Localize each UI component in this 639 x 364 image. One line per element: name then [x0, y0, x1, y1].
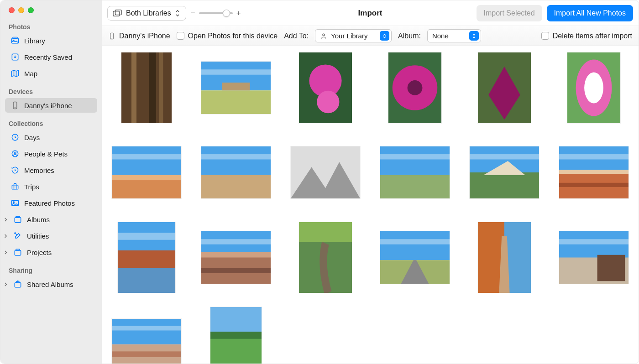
download-box-icon	[10, 52, 20, 62]
svg-rect-25	[121, 52, 172, 123]
up-down-chevron-icon	[175, 9, 181, 17]
sidebar-item-library[interactable]: Library	[5, 33, 97, 48]
photo-icon	[10, 198, 20, 208]
thumbnail-magenta-flower-closeup[interactable]	[379, 51, 450, 125]
clock-icon	[10, 133, 20, 142]
svg-point-43	[584, 72, 603, 103]
close-window-button[interactable]	[9, 7, 15, 13]
svg-point-8	[14, 152, 16, 154]
add-to-value: Your Library	[331, 32, 376, 40]
sidebar-item-days[interactable]: Days	[5, 130, 97, 145]
svg-rect-70	[201, 239, 271, 244]
svg-rect-32	[222, 83, 250, 90]
thumbnail-grid[interactable]	[102, 46, 639, 364]
minus-icon[interactable]: −	[191, 9, 195, 18]
svg-rect-73	[201, 268, 271, 273]
sidebar-item-shared-albums[interactable]: Shared Albums	[8, 277, 97, 291]
sidebar-item-map[interactable]: Map	[5, 66, 97, 81]
delete-after-import-checkbox[interactable]: Delete items after import	[541, 32, 632, 40]
up-down-chevron-icon	[380, 31, 389, 41]
svg-rect-88	[112, 326, 181, 330]
thumbnail-straight-highway[interactable]	[379, 220, 450, 294]
map-icon	[10, 69, 20, 78]
thumbnail-creek-autumn[interactable]	[290, 220, 361, 294]
sidebar-item-featured-photos[interactable]: Featured Photos	[5, 196, 97, 210]
thumbnail-slot-canyon-road[interactable]	[469, 220, 540, 294]
sidebar-item-albums[interactable]: Albums	[8, 212, 97, 227]
thumbnail-red-rock-lake[interactable]	[111, 220, 182, 294]
thumbnail-pink-bud-bee[interactable]	[558, 51, 629, 125]
svg-rect-75	[299, 222, 352, 242]
library-selector[interactable]: Both Libraries	[107, 6, 186, 21]
svg-rect-72	[201, 252, 271, 258]
phone-icon	[108, 31, 115, 41]
sidebar-item-label: Danny's iPhone	[24, 102, 72, 109]
svg-rect-48	[201, 146, 271, 175]
svg-rect-27	[149, 52, 156, 123]
thumbnail-grand-canyon[interactable]	[200, 220, 272, 294]
sidebar-item-utilities[interactable]: Utilities	[8, 229, 97, 243]
svg-rect-50	[201, 175, 271, 198]
thumbnail-bryce-hoodoos[interactable]	[111, 135, 182, 209]
thumbnail-pink-orchids[interactable]	[290, 51, 361, 125]
thumbnail-petrified-wood[interactable]	[558, 220, 629, 294]
sidebar-item-label: People & Pets	[24, 150, 68, 158]
sidebar-item-projects-row[interactable]: Projects	[0, 245, 102, 260]
thumbnail-badlands-bw[interactable]	[290, 135, 361, 209]
svg-rect-84	[559, 239, 629, 244]
sidebar-item-projects[interactable]: Projects	[8, 245, 97, 260]
svg-rect-47	[112, 175, 181, 180]
person-icon	[320, 32, 327, 40]
sidebar-item-trips[interactable]: Trips	[5, 179, 97, 194]
thumbnail-bark-texture[interactable]	[111, 51, 182, 125]
album-select[interactable]: None	[427, 29, 481, 42]
svg-rect-86	[597, 255, 625, 281]
thumbnail-dark-tulip[interactable]	[469, 51, 540, 125]
sidebar-item-device[interactable]: Danny's iPhone	[5, 98, 97, 113]
zoom-window-button[interactable]	[28, 7, 34, 13]
open-photos-checkbox[interactable]: Open Photos for this device	[177, 32, 278, 40]
minimize-window-button[interactable]	[18, 7, 24, 13]
svg-rect-87	[112, 319, 181, 344]
svg-rect-68	[118, 268, 175, 292]
svg-rect-90	[112, 351, 181, 357]
checkbox-icon[interactable]	[541, 32, 549, 40]
svg-rect-63	[559, 170, 629, 174]
sidebar-section-sharing: Sharing	[0, 260, 102, 276]
sidebar-item-label: Trips	[24, 183, 39, 191]
thumbnail-grass-mesa[interactable]	[200, 51, 272, 125]
toolbar: Both Libraries − + Import Import Selecte…	[102, 0, 639, 26]
plus-icon[interactable]: +	[236, 9, 241, 18]
thumbnail-green-meadow-tall[interactable]	[200, 305, 272, 364]
thumbnail-red-rock-strata[interactable]	[558, 135, 629, 209]
sidebar-item-utilities-row[interactable]: Utilities	[0, 229, 102, 243]
sidebar-item-albums-row[interactable]: Albums	[0, 212, 102, 227]
projects-icon	[13, 248, 22, 257]
sidebar-item-label: Days	[24, 134, 40, 141]
import-selected-button[interactable]: Import Selected	[477, 5, 542, 21]
svg-point-15	[15, 233, 16, 234]
import-all-button[interactable]: Import All New Photos	[547, 5, 633, 21]
sidebar-section-collections: Collections	[0, 114, 102, 129]
thumbnail-green-plain-horizon[interactable]	[379, 135, 450, 209]
svg-point-13	[13, 202, 14, 203]
zoom-slider[interactable]: − +	[191, 9, 241, 18]
add-to-select[interactable]: Your Library	[315, 29, 392, 42]
memories-icon	[10, 166, 20, 175]
sidebar-item-people-pets[interactable]: People & Pets	[5, 146, 97, 161]
sidebar-item-shared-albums-row[interactable]: Shared Albums	[0, 277, 102, 291]
svg-rect-76	[380, 231, 450, 260]
sidebar-item-memories[interactable]: Memories	[5, 163, 97, 177]
svg-rect-1	[13, 37, 17, 39]
svg-rect-18	[15, 283, 21, 287]
page-title: Import	[358, 9, 382, 18]
thumbnail-painted-desert[interactable]	[111, 305, 182, 364]
thumbnail-zion-cliff[interactable]	[469, 135, 540, 209]
sidebar-item-recently-saved[interactable]: Recently Saved	[5, 50, 97, 64]
device-name-label: Danny's iPhone	[119, 32, 170, 40]
checkbox-icon[interactable]	[177, 32, 184, 40]
thumbnail-blue-sky-plain[interactable]	[200, 135, 272, 209]
slider-track[interactable]	[199, 12, 233, 14]
slider-knob[interactable]	[223, 10, 230, 17]
phone-icon	[10, 101, 20, 110]
